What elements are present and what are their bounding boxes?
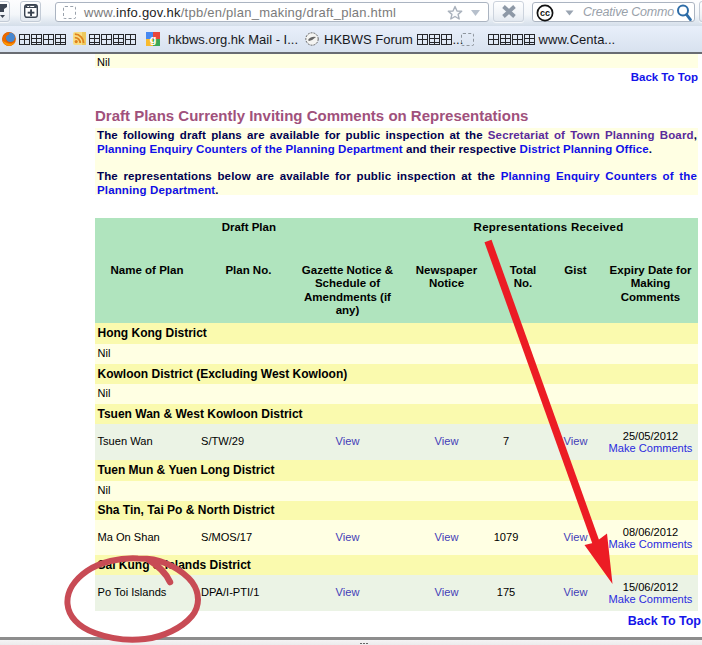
svg-text:cc: cc [540,8,550,18]
svg-text:g: g [150,33,157,45]
